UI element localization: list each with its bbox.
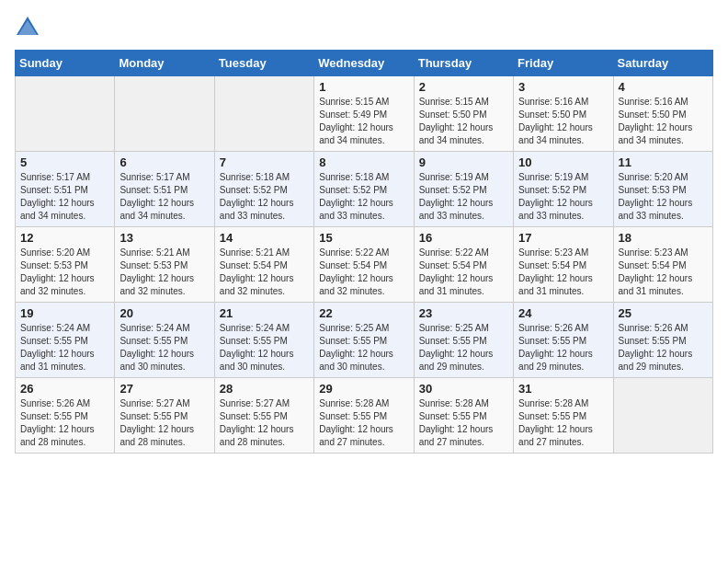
calendar-cell: 4Sunrise: 5:16 AM Sunset: 5:50 PM Daylig… <box>613 76 712 152</box>
weekday-header: Friday <box>514 51 613 76</box>
day-number: 3 <box>518 80 608 94</box>
day-number: 5 <box>20 155 109 169</box>
day-number: 25 <box>619 306 708 320</box>
day-number: 8 <box>319 155 408 169</box>
day-info: Sunrise: 5:28 AM Sunset: 5:55 PM Dayligh… <box>319 397 408 449</box>
weekday-header: Sunday <box>16 51 115 76</box>
day-number: 29 <box>319 382 408 396</box>
calendar-cell: 11Sunrise: 5:20 AM Sunset: 5:53 PM Dayli… <box>613 152 712 227</box>
calendar-week-row: 1Sunrise: 5:15 AM Sunset: 5:49 PM Daylig… <box>16 76 713 152</box>
calendar-cell: 1Sunrise: 5:15 AM Sunset: 5:49 PM Daylig… <box>314 76 414 152</box>
day-info: Sunrise: 5:25 AM Sunset: 5:55 PM Dayligh… <box>419 322 508 373</box>
calendar-cell: 5Sunrise: 5:17 AM Sunset: 5:51 PM Daylig… <box>16 152 115 227</box>
day-number: 31 <box>518 382 608 396</box>
day-number: 9 <box>419 155 508 169</box>
calendar-cell: 10Sunrise: 5:19 AM Sunset: 5:52 PM Dayli… <box>514 152 613 227</box>
day-info: Sunrise: 5:18 AM Sunset: 5:52 PM Dayligh… <box>319 171 408 223</box>
calendar-cell: 29Sunrise: 5:28 AM Sunset: 5:55 PM Dayli… <box>314 378 414 454</box>
day-info: Sunrise: 5:23 AM Sunset: 5:54 PM Dayligh… <box>619 247 708 298</box>
weekday-row: SundayMondayTuesdayWednesdayThursdayFrid… <box>16 51 713 76</box>
day-number: 28 <box>220 382 309 396</box>
calendar-cell: 8Sunrise: 5:18 AM Sunset: 5:52 PM Daylig… <box>314 152 414 227</box>
calendar-week-row: 12Sunrise: 5:20 AM Sunset: 5:53 PM Dayli… <box>16 227 713 303</box>
page-header <box>15 15 713 40</box>
day-info: Sunrise: 5:16 AM Sunset: 5:50 PM Dayligh… <box>518 96 608 147</box>
day-info: Sunrise: 5:20 AM Sunset: 5:53 PM Dayligh… <box>20 247 109 298</box>
calendar-cell: 14Sunrise: 5:21 AM Sunset: 5:54 PM Dayli… <box>214 227 313 303</box>
logo-icon <box>15 15 40 40</box>
calendar-week-row: 5Sunrise: 5:17 AM Sunset: 5:51 PM Daylig… <box>16 152 713 227</box>
calendar-cell: 30Sunrise: 5:28 AM Sunset: 5:55 PM Dayli… <box>414 378 513 454</box>
calendar-cell: 31Sunrise: 5:28 AM Sunset: 5:55 PM Dayli… <box>514 378 613 454</box>
day-info: Sunrise: 5:23 AM Sunset: 5:54 PM Dayligh… <box>518 247 608 298</box>
calendar-cell: 6Sunrise: 5:17 AM Sunset: 5:51 PM Daylig… <box>115 152 214 227</box>
day-info: Sunrise: 5:18 AM Sunset: 5:52 PM Dayligh… <box>220 171 309 223</box>
calendar-cell <box>613 378 712 454</box>
day-info: Sunrise: 5:19 AM Sunset: 5:52 PM Dayligh… <box>518 171 608 223</box>
calendar-cell: 24Sunrise: 5:26 AM Sunset: 5:55 PM Dayli… <box>514 303 613 378</box>
day-info: Sunrise: 5:22 AM Sunset: 5:54 PM Dayligh… <box>419 247 508 298</box>
calendar-cell: 28Sunrise: 5:27 AM Sunset: 5:55 PM Dayli… <box>214 378 313 454</box>
calendar-cell: 16Sunrise: 5:22 AM Sunset: 5:54 PM Dayli… <box>414 227 513 303</box>
day-number: 10 <box>518 155 608 169</box>
day-info: Sunrise: 5:24 AM Sunset: 5:55 PM Dayligh… <box>220 322 309 373</box>
day-info: Sunrise: 5:17 AM Sunset: 5:51 PM Dayligh… <box>119 171 209 223</box>
weekday-header: Thursday <box>414 51 513 76</box>
day-info: Sunrise: 5:26 AM Sunset: 5:55 PM Dayligh… <box>518 322 608 373</box>
day-number: 1 <box>319 80 408 94</box>
day-number: 6 <box>119 155 209 169</box>
day-number: 7 <box>220 155 309 169</box>
day-number: 20 <box>119 306 209 320</box>
day-number: 22 <box>319 306 408 320</box>
day-number: 21 <box>220 306 309 320</box>
calendar-cell: 19Sunrise: 5:24 AM Sunset: 5:55 PM Dayli… <box>16 303 115 378</box>
day-number: 15 <box>319 231 408 245</box>
weekday-header: Saturday <box>613 51 712 76</box>
calendar-cell: 3Sunrise: 5:16 AM Sunset: 5:50 PM Daylig… <box>514 76 613 152</box>
day-number: 2 <box>419 80 508 94</box>
day-number: 12 <box>20 231 109 245</box>
day-info: Sunrise: 5:16 AM Sunset: 5:50 PM Dayligh… <box>619 96 708 147</box>
calendar-cell: 7Sunrise: 5:18 AM Sunset: 5:52 PM Daylig… <box>214 152 313 227</box>
logo <box>15 15 44 40</box>
calendar-cell: 21Sunrise: 5:24 AM Sunset: 5:55 PM Dayli… <box>214 303 313 378</box>
day-number: 17 <box>518 231 608 245</box>
calendar-cell: 2Sunrise: 5:15 AM Sunset: 5:50 PM Daylig… <box>414 76 513 152</box>
calendar-cell: 15Sunrise: 5:22 AM Sunset: 5:54 PM Dayli… <box>314 227 414 303</box>
day-info: Sunrise: 5:28 AM Sunset: 5:55 PM Dayligh… <box>419 397 508 449</box>
calendar-body: 1Sunrise: 5:15 AM Sunset: 5:49 PM Daylig… <box>16 76 713 454</box>
calendar-cell: 26Sunrise: 5:26 AM Sunset: 5:55 PM Dayli… <box>16 378 115 454</box>
day-number: 27 <box>119 382 209 396</box>
day-info: Sunrise: 5:27 AM Sunset: 5:55 PM Dayligh… <box>119 397 209 449</box>
calendar-cell: 18Sunrise: 5:23 AM Sunset: 5:54 PM Dayli… <box>613 227 712 303</box>
weekday-header: Tuesday <box>214 51 313 76</box>
calendar-cell: 22Sunrise: 5:25 AM Sunset: 5:55 PM Dayli… <box>314 303 414 378</box>
day-info: Sunrise: 5:17 AM Sunset: 5:51 PM Dayligh… <box>20 171 109 223</box>
day-number: 16 <box>419 231 508 245</box>
calendar-cell: 13Sunrise: 5:21 AM Sunset: 5:53 PM Dayli… <box>115 227 214 303</box>
calendar-cell: 20Sunrise: 5:24 AM Sunset: 5:55 PM Dayli… <box>115 303 214 378</box>
day-number: 30 <box>419 382 508 396</box>
day-number: 23 <box>419 306 508 320</box>
day-number: 19 <box>20 306 109 320</box>
day-number: 11 <box>619 155 708 169</box>
day-info: Sunrise: 5:24 AM Sunset: 5:55 PM Dayligh… <box>20 322 109 373</box>
day-info: Sunrise: 5:27 AM Sunset: 5:55 PM Dayligh… <box>220 397 309 449</box>
calendar-cell <box>214 76 313 152</box>
day-info: Sunrise: 5:15 AM Sunset: 5:50 PM Dayligh… <box>419 96 508 147</box>
calendar-cell: 23Sunrise: 5:25 AM Sunset: 5:55 PM Dayli… <box>414 303 513 378</box>
calendar-week-row: 26Sunrise: 5:26 AM Sunset: 5:55 PM Dayli… <box>16 378 713 454</box>
day-info: Sunrise: 5:20 AM Sunset: 5:53 PM Dayligh… <box>619 171 708 223</box>
calendar-header: SundayMondayTuesdayWednesdayThursdayFrid… <box>16 51 713 76</box>
weekday-header: Wednesday <box>314 51 414 76</box>
calendar-table: SundayMondayTuesdayWednesdayThursdayFrid… <box>15 50 713 454</box>
calendar-cell: 27Sunrise: 5:27 AM Sunset: 5:55 PM Dayli… <box>115 378 214 454</box>
day-number: 13 <box>119 231 209 245</box>
day-number: 4 <box>619 80 708 94</box>
day-info: Sunrise: 5:26 AM Sunset: 5:55 PM Dayligh… <box>20 397 109 449</box>
day-number: 24 <box>518 306 608 320</box>
day-info: Sunrise: 5:25 AM Sunset: 5:55 PM Dayligh… <box>319 322 408 373</box>
calendar-week-row: 19Sunrise: 5:24 AM Sunset: 5:55 PM Dayli… <box>16 303 713 378</box>
calendar-cell: 25Sunrise: 5:26 AM Sunset: 5:55 PM Dayli… <box>613 303 712 378</box>
day-info: Sunrise: 5:22 AM Sunset: 5:54 PM Dayligh… <box>319 247 408 298</box>
